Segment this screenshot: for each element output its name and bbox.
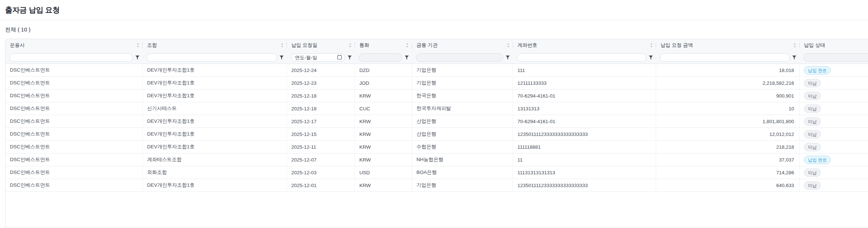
table-row[interactable]: DSC인베스트먼트DEV개인투자조합1호2025-12-23JOD기업은행121… <box>5 77 868 90</box>
table-body: DSC인베스트먼트DEV개인투자조합1호2025-12-24DZD기업은행111… <box>5 64 868 192</box>
cell-account: 12111133333 <box>513 77 656 89</box>
sort-icon[interactable] <box>406 43 409 48</box>
cell-currency: DZD <box>355 64 412 76</box>
cell-request-date: 2025-12-01 <box>287 179 355 191</box>
cell-currency: KRW <box>355 179 412 191</box>
cell-request-date: 2025-12-11 <box>287 141 355 153</box>
cell-status: 미납 <box>800 141 868 153</box>
filter-icon[interactable] <box>348 56 352 60</box>
column-label-fund: 조합 <box>147 42 157 49</box>
page-title: 출자금 납입 요청 <box>5 5 862 15</box>
column-header-account[interactable]: 계좌번호 <box>513 39 656 52</box>
filter-icon[interactable] <box>135 56 139 60</box>
column-header-request-date[interactable]: 납입 요청일 <box>287 39 355 52</box>
filter-input-institution[interactable] <box>416 53 503 62</box>
cell-fund: DEV개인투자조합1호 <box>143 128 287 140</box>
status-badge: 미납 <box>804 117 821 126</box>
filter-icon[interactable] <box>792 56 796 60</box>
column-header-status[interactable]: 납입 상태 <box>800 39 868 52</box>
calendar-icon[interactable] <box>337 55 342 61</box>
sort-icon[interactable] <box>281 43 284 48</box>
column-header-institution[interactable]: 금융 기관 <box>412 39 513 52</box>
cell-amount: 900,901 <box>656 90 800 102</box>
sort-icon[interactable] <box>650 43 653 48</box>
total-count-label: 전체 ( 10 ) <box>5 26 868 33</box>
cell-manager: DSC인베스트먼트 <box>5 64 143 76</box>
filter-cell-currency <box>355 52 412 64</box>
table-row[interactable]: DSC인베스트먼트DEV개인투자조합1호2025-12-24DZD기업은행111… <box>5 64 868 77</box>
cell-account: 12350111123333333333333333 <box>513 179 656 191</box>
sort-icon[interactable] <box>507 43 510 48</box>
cell-manager: DSC인베스트먼트 <box>5 166 143 179</box>
cell-request-date: 2025-12-18 <box>287 90 355 102</box>
table-row[interactable]: DSC인베스트먼트DEV개인투자조합1호2025-12-15KRW산업은행123… <box>5 128 868 141</box>
filter-date-input-request-date[interactable]: 연도-월-일 <box>291 53 345 62</box>
filter-input-account[interactable] <box>517 53 646 62</box>
cell-status: 미납 <box>800 115 868 128</box>
sort-icon[interactable] <box>793 43 796 48</box>
filter-cell-status <box>800 52 868 64</box>
cell-status: 미납 <box>800 128 868 140</box>
cell-fund: DEV개인투자조합1호 <box>143 64 287 76</box>
filter-icon[interactable] <box>649 56 653 60</box>
table-row[interactable]: DSC인베스트먼트DEV개인투자조합1호2025-12-11KRW수협은행111… <box>5 141 868 153</box>
column-header-manager[interactable]: 운용사 <box>5 39 143 52</box>
column-label-institution: 금융 기관 <box>416 42 438 49</box>
filter-cell-fund <box>143 52 287 64</box>
filter-input-amount[interactable] <box>660 53 790 62</box>
table-row[interactable]: DSC인베스트먼트DEV개인투자조합1호2025-12-18KRW한국은행70-… <box>5 90 868 102</box>
cell-manager: DSC인베스트먼트 <box>5 102 143 115</box>
cell-manager: DSC인베스트먼트 <box>5 141 143 153</box>
cell-request-date: 2025-12-07 <box>287 153 355 166</box>
filter-cell-manager <box>5 52 143 64</box>
filter-cell-amount <box>656 52 800 64</box>
title-bar: 출자금 납입 요청 <box>0 0 868 20</box>
cell-amount: 12,012,012 <box>656 128 800 140</box>
column-header-amount[interactable]: 납입 요청 금액 <box>656 39 800 52</box>
cell-amount: 10 <box>656 102 800 115</box>
sort-icon[interactable] <box>136 43 139 48</box>
table-row[interactable]: DSC인베스트먼트외화조합2025-12-03USDBOA은행111313131… <box>5 166 868 179</box>
filter-icon[interactable] <box>280 56 284 60</box>
sort-icon[interactable] <box>349 43 352 48</box>
cell-institution: 산업은행 <box>412 128 513 140</box>
header-row: 운용사조합납입 요청일통화금융 기관계좌번호납입 요청 금액납입 상태 <box>5 39 868 52</box>
cell-institution: NH농협은행 <box>412 153 513 166</box>
cell-institution: 기업은행 <box>412 77 513 89</box>
cell-manager: DSC인베스트먼트 <box>5 77 143 89</box>
filter-input-manager[interactable] <box>10 53 133 62</box>
table-row[interactable]: DSC인베스트먼트DEV개인투자조합1호2025-12-17KRW산업은행70-… <box>5 115 868 128</box>
column-header-fund[interactable]: 조합 <box>143 39 287 52</box>
filter-input-fund[interactable] <box>147 53 277 62</box>
table-row[interactable]: DSC인베스트먼트신기사테스트2025-12-18CUC한국투자캐피탈13131… <box>5 102 868 115</box>
status-badge: 납입 완료 <box>804 156 831 164</box>
filter-input-status[interactable] <box>804 53 868 62</box>
cell-currency: KRW <box>355 90 412 102</box>
table-row[interactable]: DSC인베스트먼트계좌테스트조합2025-12-07KRWNH농협은행1137,… <box>5 153 868 166</box>
cell-institution: 기업은행 <box>412 64 513 76</box>
table-row[interactable]: DSC인베스트먼트DEV개인투자조합1호2025-12-01KRW기업은행123… <box>5 179 868 192</box>
cell-account: 12350111123333333333333333 <box>513 128 656 140</box>
cell-currency: KRW <box>355 115 412 128</box>
column-header-currency[interactable]: 통화 <box>355 39 412 52</box>
cell-request-date: 2025-12-24 <box>287 64 355 76</box>
cell-amount: 1,801,801,800 <box>656 115 800 128</box>
data-grid: 운용사조합납입 요청일통화금융 기관계좌번호납입 요청 금액납입 상태 연도-월… <box>5 39 868 228</box>
status-badge: 미납 <box>804 104 821 113</box>
filter-icon[interactable] <box>506 56 510 60</box>
cell-fund: 외화조합 <box>143 166 287 179</box>
cell-currency: JOD <box>355 77 412 89</box>
cell-institution: 산업은행 <box>412 115 513 128</box>
status-badge: 납입 완료 <box>804 66 831 75</box>
column-label-currency: 통화 <box>359 42 369 49</box>
filter-icon[interactable] <box>405 56 409 60</box>
cell-status: 미납 <box>800 166 868 179</box>
cell-status: 미납 <box>800 90 868 102</box>
filter-input-currency[interactable] <box>359 53 402 62</box>
cell-request-date: 2025-12-17 <box>287 115 355 128</box>
status-badge: 미납 <box>804 168 821 177</box>
cell-currency: KRW <box>355 153 412 166</box>
cell-account: 111 <box>513 64 656 76</box>
cell-fund: 계좌테스트조합 <box>143 153 287 166</box>
cell-amount: 218,218 <box>656 141 800 153</box>
